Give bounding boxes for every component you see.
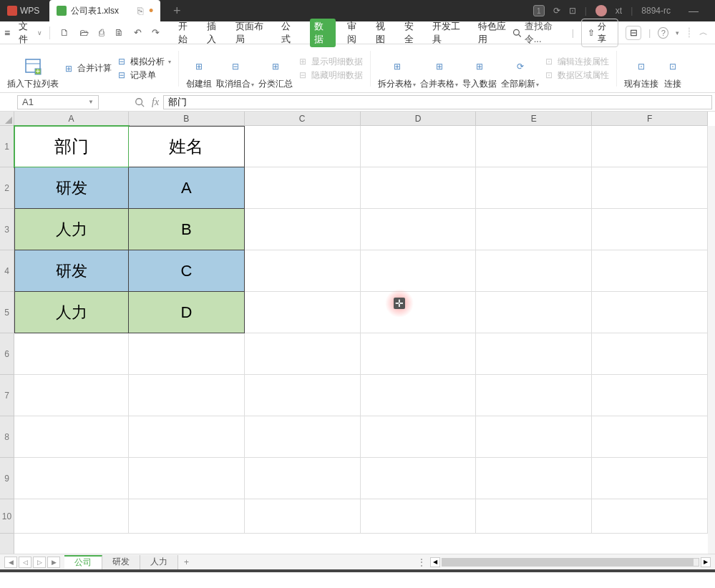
sheet-tab-active[interactable]: 公司 [64,555,102,569]
cell-D5[interactable] [361,292,477,333]
qat-preview-icon[interactable]: 🗎 [115,27,124,38]
cell-D10[interactable] [361,499,477,534]
cell-B1[interactable]: 姓名 [129,126,245,167]
vertical-scrollbar[interactable] [708,126,715,554]
subtotal-button[interactable]: ⊞分类汇总 [258,57,293,90]
cell-C8[interactable] [245,416,361,458]
tab-review[interactable]: 审阅 [347,20,364,46]
select-all-corner[interactable] [0,112,14,126]
cell-A3[interactable]: 人力 [14,209,129,250]
cell-C1[interactable] [245,126,361,167]
avatar-icon[interactable] [595,5,607,16]
row-header-9[interactable]: 9 [0,458,14,499]
fx-icon[interactable]: fx [152,97,159,108]
cell-D6[interactable] [361,333,477,375]
cell-F2[interactable] [592,167,708,209]
row-header-6[interactable]: 6 [0,333,14,375]
row-header-8[interactable]: 8 [0,416,14,458]
scroll-grip-icon[interactable]: ⋮ [414,557,429,567]
existing-conn-button[interactable]: ⊡现有连接 [624,57,658,90]
cell-A5[interactable]: 人力 [14,292,129,333]
cell-A8[interactable] [14,416,129,458]
tab-security[interactable]: 安全 [404,20,422,46]
add-sheet-button[interactable]: + [178,557,195,567]
qat-print-icon[interactable]: ⎙ [99,27,104,38]
ungroup-button[interactable]: ⊟取消组合▾ [216,57,254,90]
cell-E6[interactable] [476,333,592,375]
cell-A2[interactable]: 研发 [14,167,129,209]
row-header-4[interactable]: 4 [0,250,14,292]
cell-E8[interactable] [476,416,592,458]
cell-A7[interactable] [14,375,129,416]
cell-B6[interactable] [129,333,245,375]
cell-C9[interactable] [245,458,361,499]
cell-C2[interactable] [245,167,361,209]
qat-redo-icon[interactable]: ↷ [152,27,160,38]
cell-D7[interactable] [361,375,477,416]
col-header-C[interactable]: C [245,112,361,125]
connect-button[interactable]: ⊡连接 [663,57,683,90]
cell-E9[interactable] [476,458,592,499]
col-header-D[interactable]: D [361,112,477,125]
cell-E7[interactable] [476,375,592,416]
row-header-2[interactable]: 2 [0,167,14,209]
tab-insert[interactable]: 插入 [207,20,224,46]
cell-D4[interactable] [361,250,477,292]
add-tab-button[interactable]: + [166,4,188,19]
cell-B10[interactable] [129,499,245,534]
col-header-B[interactable]: B [129,112,245,125]
formula-input[interactable]: 部门 [163,95,712,109]
tab-start[interactable]: 开始 [178,20,195,46]
qat-undo-icon[interactable]: ↶ [134,27,142,38]
merge-table-button[interactable]: ⊞合并表格▾ [420,57,458,90]
cell-C7[interactable] [245,375,361,416]
simulate-button[interactable]: ⊟模拟分析▾ [116,56,171,68]
cell-F8[interactable] [592,416,708,458]
tab-view[interactable]: 视图 [376,20,393,46]
cell-E3[interactable] [476,209,592,250]
cell-A4[interactable]: 研发 [14,250,129,292]
name-box[interactable]: A1 ▼ [17,95,99,109]
menu-dropdown-icon[interactable]: ▾ [676,29,679,36]
cell-B8[interactable] [129,416,245,458]
qat-open-icon[interactable]: 🗁 [79,27,89,38]
titlebar-icon-2[interactable]: ⊡ [569,6,576,16]
cell-E4[interactable] [476,250,592,292]
share-button[interactable]: ⇧ 分享 [581,19,618,47]
collapse-ribbon-icon[interactable]: ︿ [699,26,708,39]
cell-B7[interactable] [129,375,245,416]
sheet-tab-2[interactable]: 人力 [140,555,178,569]
import-data-button[interactable]: ⊞导入数据 [462,57,497,90]
cell-B9[interactable] [129,458,245,499]
sheet-next-icon[interactable]: ▷ [33,557,46,568]
col-header-A[interactable]: A [14,112,129,125]
file-menu[interactable]: 文件 ∨ [14,20,47,46]
tab-layout[interactable]: 页面布局 [235,20,270,46]
cell-A9[interactable] [14,458,129,499]
cell-E5[interactable] [476,292,592,333]
row-header-10[interactable]: 10 [0,499,14,534]
cell-B5[interactable]: D [129,292,245,333]
cell-F7[interactable] [592,375,708,416]
scroll-track[interactable] [442,558,699,567]
cell-E1[interactable] [476,126,592,167]
cell-B4[interactable]: C [129,250,245,292]
cell-F5[interactable] [592,292,708,333]
row-header-7[interactable]: 7 [0,375,14,416]
cells[interactable]: 部门姓名研发A人力B研发C人力D [14,126,708,554]
tab-dev[interactable]: 开发工具 [432,20,467,46]
cell-A6[interactable] [14,333,129,375]
col-header-E[interactable]: E [476,112,592,125]
tab-feature[interactable]: 特色应用 [478,20,512,46]
dropdown-list-button[interactable]: + 插入下拉列表 [7,57,59,90]
help-icon[interactable]: ? [658,27,668,39]
record-button[interactable]: ⊟记录单 [116,69,171,82]
cell-D2[interactable] [361,167,477,209]
cell-F10[interactable] [592,499,708,534]
cell-F6[interactable] [592,333,708,375]
row-header-5[interactable]: 5 [0,292,14,333]
collapse-button[interactable]: ⊟ [626,26,641,40]
search-command[interactable]: 查找命令... [512,20,565,46]
cell-F4[interactable] [592,250,708,292]
cell-A1[interactable]: 部门 [14,126,129,167]
